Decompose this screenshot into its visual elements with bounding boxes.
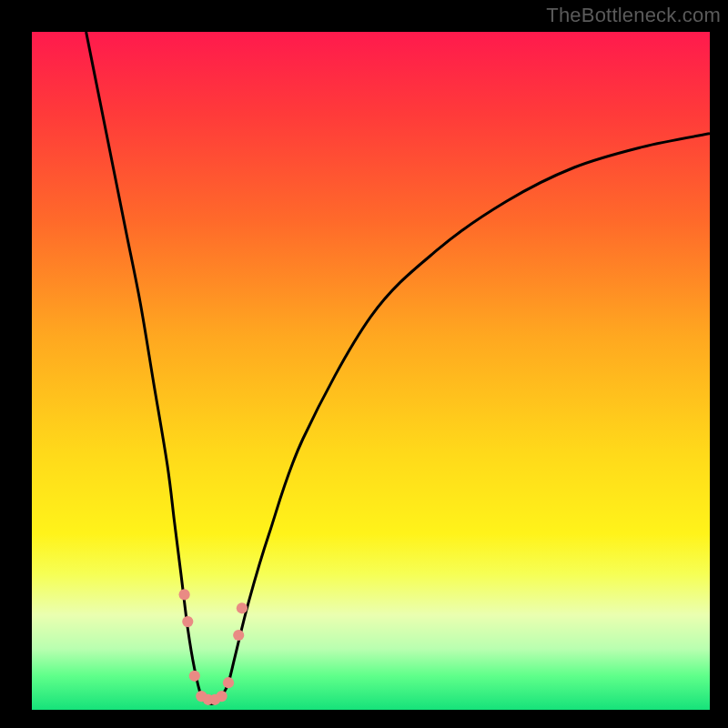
chart-svg [32,32,710,710]
watermark-text: TheBottleneck.com [546,4,721,27]
curve-marker [223,677,234,688]
curve-marker [189,671,200,682]
plot-area [32,32,710,710]
chart-frame: TheBottleneck.com [0,0,728,728]
curve-marker [237,602,248,613]
curve-marker [182,616,193,627]
curve-marker [233,630,244,641]
curve-marker [179,589,190,600]
curve-marker [217,691,228,702]
bottleneck-curve [86,32,710,703]
